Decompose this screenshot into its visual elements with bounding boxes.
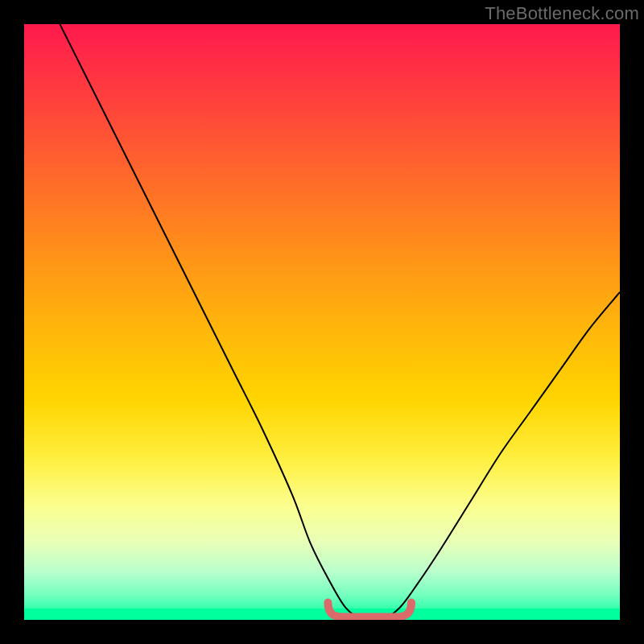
watermark-text: TheBottleneck.com [485, 3, 639, 24]
optimal-region-highlight [328, 603, 411, 617]
plot-area [24, 24, 620, 620]
bottleneck-curve [60, 24, 620, 620]
chart-frame: TheBottleneck.com [0, 0, 644, 644]
bottleneck-curve-svg [24, 24, 620, 620]
